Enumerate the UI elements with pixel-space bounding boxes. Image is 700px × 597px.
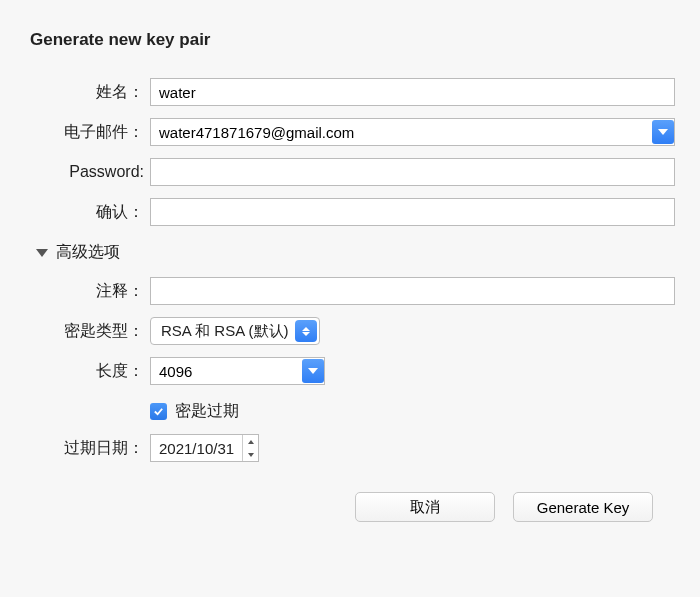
advanced-label: 高级选项: [56, 242, 120, 263]
caret-up-icon: [248, 440, 254, 444]
chevron-down-icon: [308, 367, 318, 375]
key-expires-label: 密匙过期: [175, 401, 239, 422]
label-length: 长度：: [30, 361, 150, 382]
generate-key-button[interactable]: Generate Key: [513, 492, 653, 522]
email-input[interactable]: [150, 118, 675, 146]
expiry-date-field[interactable]: 2021/10/31: [150, 434, 259, 462]
key-expires-checkbox[interactable]: [150, 403, 167, 420]
date-stepper[interactable]: [242, 435, 258, 461]
password-input[interactable]: [150, 158, 675, 186]
length-input[interactable]: [150, 357, 325, 385]
label-name: 姓名：: [30, 82, 150, 103]
confirm-input[interactable]: [150, 198, 675, 226]
dialog-title: Generate new key pair: [30, 30, 670, 50]
cancel-button[interactable]: 取消: [355, 492, 495, 522]
name-input[interactable]: [150, 78, 675, 106]
label-email: 电子邮件：: [30, 122, 150, 143]
label-comment: 注释：: [30, 281, 150, 302]
label-confirm: 确认：: [30, 202, 150, 223]
expiry-date-value: 2021/10/31: [151, 435, 242, 461]
comment-input[interactable]: [150, 277, 675, 305]
label-key-type: 密匙类型：: [30, 321, 150, 342]
date-step-up[interactable]: [243, 435, 258, 448]
caret-down-icon: [248, 453, 254, 457]
chevron-down-icon: [658, 128, 668, 136]
date-step-down[interactable]: [243, 448, 258, 461]
email-dropdown-button[interactable]: [652, 120, 674, 144]
length-dropdown-button[interactable]: [302, 359, 324, 383]
key-form: 姓名： 电子邮件： Password: 确认： 高级选项 注释： 密匙类型： R…: [30, 78, 670, 522]
updown-stepper-icon: [295, 320, 317, 342]
key-type-value: RSA 和 RSA (默认): [161, 322, 289, 341]
label-expiry-date: 过期日期：: [30, 438, 150, 459]
disclosure-triangle-icon: [36, 249, 48, 257]
checkmark-icon: [153, 406, 164, 417]
key-type-select[interactable]: RSA 和 RSA (默认): [150, 317, 320, 345]
label-password: Password:: [30, 163, 150, 181]
advanced-toggle[interactable]: 高级选项: [30, 242, 675, 263]
